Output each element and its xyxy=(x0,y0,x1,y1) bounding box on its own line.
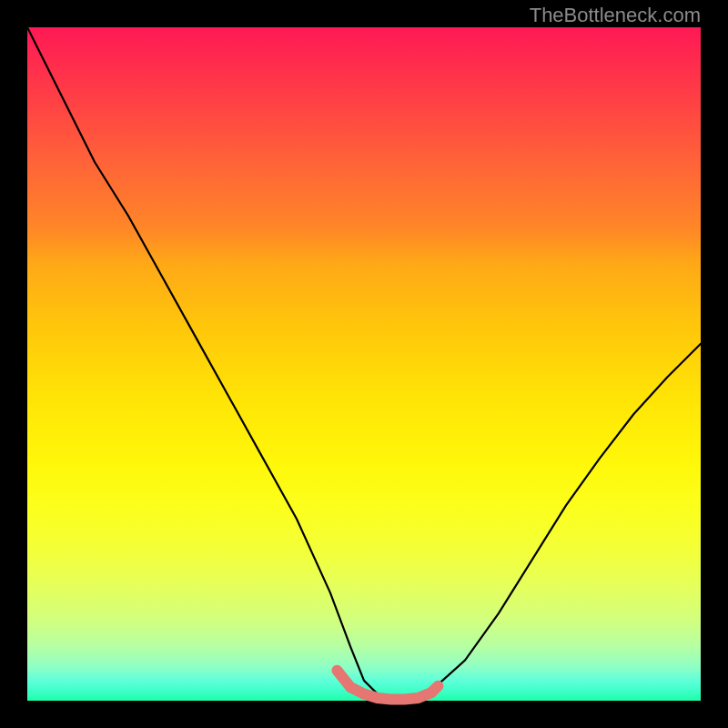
watermark-text: TheBottleneck.com xyxy=(530,4,701,27)
bottleneck-curve-line xyxy=(27,27,701,700)
chart-svg xyxy=(27,27,701,701)
chart-plot-area xyxy=(27,27,701,701)
bottom-highlight-line xyxy=(337,671,438,700)
